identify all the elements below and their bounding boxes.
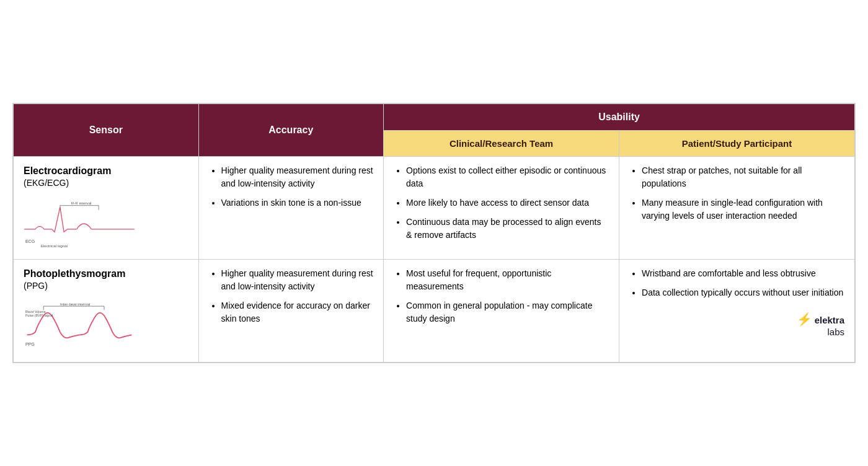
svg-text:Pulse (BVP) signal: Pulse (BVP) signal [25, 314, 53, 317]
patient-ecg-item-1: Chest strap or patches, not suitable for… [642, 164, 844, 190]
logo-icon: ⚡ [797, 312, 812, 326]
logo-sub: labs [827, 327, 844, 337]
table-row: Photoplethysmogram (PPG) PPG Blood Volum… [14, 260, 855, 363]
svg-text:Inter-beat interval: Inter-beat interval [60, 302, 90, 306]
sensor-ppg-name: Photoplethysmogram [24, 268, 188, 279]
patient-ecg-list: Chest strap or patches, not suitable for… [629, 164, 844, 222]
clinical-ecg-item-2: More likely to have access to direct sen… [406, 196, 609, 209]
main-table: Sensor Accuracy Usability Clinical/Resea… [12, 103, 856, 363]
sensor-ppg-abbr: (PPG) [24, 281, 188, 291]
table-row: Electrocardiogram (EKG/ECG) [14, 157, 855, 260]
accuracy-ppg-list: Higher quality measurement during rest a… [209, 267, 374, 325]
logo-area: ⚡ elektra labs [629, 306, 844, 337]
ppg-diagram: PPG Blood Volume Pulse (BVP) signal Inte… [24, 302, 135, 351]
accuracy-ppg-item-2: Mixed evidence for accuracy on darker sk… [221, 299, 374, 325]
sensor-ppg-cell: Photoplethysmogram (PPG) PPG Blood Volum… [14, 260, 199, 363]
header-usability: Usability [384, 104, 855, 131]
subheader-clinical: Clinical/Research Team [384, 131, 619, 157]
clinical-ecg-item-1: Options exist to collect either episodic… [406, 164, 609, 190]
patient-ppg-item-1: Wristband are comfortable and less obtru… [642, 267, 844, 280]
accuracy-ppg-cell: Higher quality measurement during rest a… [198, 260, 384, 363]
patient-ppg-cell: Wristband are comfortable and less obtru… [619, 260, 855, 363]
sensor-ecg-abbr: (EKG/ECG) [24, 178, 188, 188]
header-sensor: Sensor [14, 104, 199, 157]
svg-text:Electrical signal: Electrical signal [41, 244, 68, 248]
patient-ecg-cell: Chest strap or patches, not suitable for… [619, 157, 855, 260]
clinical-ecg-cell: Options exist to collect either episodic… [384, 157, 619, 260]
accuracy-ecg-cell: Higher quality measurement during rest a… [198, 157, 384, 260]
patient-ppg-item-2: Data collection typically occurs without… [642, 286, 844, 299]
svg-text:R-R interval: R-R interval [71, 201, 92, 205]
logo-brand: elektra [815, 315, 844, 325]
clinical-ecg-list: Options exist to collect either episodic… [394, 164, 609, 242]
accuracy-ecg-list: Higher quality measurement during rest a… [209, 164, 374, 209]
header-accuracy: Accuracy [198, 104, 384, 157]
accuracy-ecg-item-2: Variations in skin tone is a non-issue [221, 196, 374, 209]
patient-ppg-list: Wristband are comfortable and less obtru… [629, 267, 844, 299]
clinical-ppg-item-2: Common in general population - may compl… [406, 299, 609, 325]
subheader-patient: Patient/Study Participant [619, 131, 855, 157]
clinical-ecg-item-3: Continuous data may be processed to alig… [406, 216, 609, 242]
svg-text:ECG: ECG [25, 239, 35, 244]
patient-ecg-item-2: Many measure in single-lead configuratio… [642, 196, 844, 222]
svg-text:PPG: PPG [25, 342, 35, 347]
accuracy-ppg-item-1: Higher quality measurement during rest a… [221, 267, 374, 293]
svg-text:Blood Volume: Blood Volume [25, 310, 46, 314]
sensor-ecg-cell: Electrocardiogram (EKG/ECG) [14, 157, 199, 260]
clinical-ppg-item-1: Most useful for frequent, opportunistic … [406, 267, 609, 293]
ecg-diagram: R-R interval ECG Electrical signal [24, 199, 135, 248]
clinical-ppg-cell: Most useful for frequent, opportunistic … [384, 260, 619, 363]
accuracy-ecg-item-1: Higher quality measurement during rest a… [221, 164, 374, 190]
sensor-ecg-name: Electrocardiogram [24, 165, 188, 177]
clinical-ppg-list: Most useful for frequent, opportunistic … [394, 267, 609, 325]
